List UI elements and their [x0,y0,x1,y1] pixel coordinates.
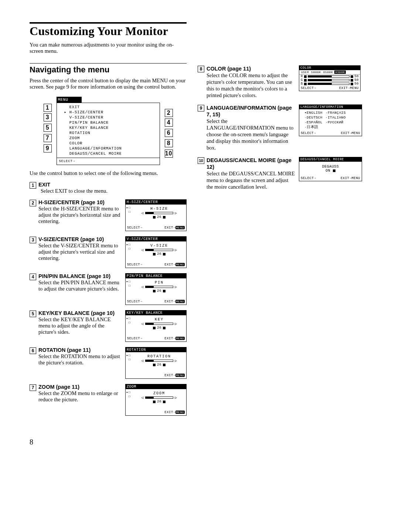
osd-side-icons: ▸☐ ☐ [126,317,131,325]
item-1: 1 EXIT Select EXIT to close the menu. [30,182,187,194]
osd-side-icons: ▸☐ ☐ [126,391,131,399]
top-rule [30,22,187,24]
callout-8: 8 [165,139,173,147]
osd-title: COLOR [299,66,360,70]
item-10: 10 DEGAUSS/CANCEL MOIRE (page 12) Select… [198,157,362,190]
osd-value: 26 [157,289,161,293]
osd-panel: KEY/KEY BALANCE▸☐ ☐KEY◁▷26SELECT→EXIT→ME… [125,310,187,342]
callout-5: 5 [44,124,52,132]
osd-panel: PIN/PIN BALANCE▸☐ ☐PIN◁▷26SELECT→EXIT→ME… [125,273,187,305]
language-osd: LANGUAGE/INFORMATION ▪ENGLISH ·DEUTSCH ·… [299,104,362,136]
item-desc: Select the KEY/KEY BALANCE menu to adjus… [38,316,122,335]
osd-panel: ROTATION▸☐ ☐ROTATION◁▷26EXIT→MENU [125,347,187,379]
nav-paragraph: Press the center of the control button t… [30,78,187,90]
menu-body: 1 3 5 7 9 2 4 6 8 10 EXIT ▸ H-SIZE/CENTE… [57,103,160,158]
callout-4: 4 [165,119,173,127]
box-number: 6 [30,347,36,354]
osd-param-label: ROTATION [134,354,184,358]
osd-title: LANGUAGE/INFORMATION [299,105,362,109]
osd-side-icons: ▸☐ ☐ [126,206,131,214]
box-number: 8 [198,66,204,72]
menu-item: COLOR [64,141,157,146]
box-number: 7 [30,384,36,391]
osd-panel: H-SIZE/CENTER▸☐ ☐H-SIZE◁▷26SELECT→EXIT→M… [125,199,187,231]
box-number: 10 [198,157,204,164]
callout-10: 10 [165,150,173,158]
menu-item: PIN/PIN BALANCE [64,120,157,125]
menu-item: V-SIZE/CENTER [64,115,157,120]
osd-value: 26 [157,363,161,367]
callout-3: 3 [44,113,52,121]
item-4: 4PIN/PIN BALANCE (page 10)Select the PIN… [30,273,187,305]
callout-7: 7 [44,134,52,142]
osd-value: 26 [157,400,161,404]
osd-title: V-SIZE/CENTER [126,237,186,241]
item-title: ROTATION (page 11) [38,347,91,353]
osd-side-icons: ▸☐ ☐ [126,354,131,362]
menu-item: KEY/KEY BALANCE [64,125,157,130]
item-title: H-SIZE/CENTER (page 10) [38,199,105,205]
item-desc: Select EXIT to close the menu. [41,188,187,194]
menu-item: ZOOM [64,135,157,141]
item-3: 3V-SIZE/CENTER (page 10)Select the V-SIZ… [30,236,187,268]
box-number: 4 [30,274,36,280]
callout-9: 9 [44,144,52,152]
menu-item: LANGUAGE/INFORMATION [64,146,157,151]
item-6: 6ROTATION (page 11)Select the ROTATION m… [30,347,187,379]
item-desc: Select the COLOR menu to adjust the pict… [207,72,292,98]
osd-panel: V-SIZE/CENTER▸☐ ☐V-SIZE◁▷26SELECT→EXIT→M… [125,236,187,268]
item-9: 9 LANGUAGE/INFORMATION (page 7, 15) Sele… [198,104,362,151]
color-tabs: USER5000K6500K9300K [299,70,360,75]
box-number: 3 [30,237,36,243]
item-title: ZOOM (page 11) [38,384,79,390]
main-menu-osd: MENU 1 3 5 7 9 2 4 6 8 10 EXIT ▸ H-SIZE/… [57,97,160,165]
osd-title: ROTATION [126,347,186,352]
osd-value: 26 [157,326,161,330]
page-title: Customizing Your Monitor [30,24,369,38]
osd-param-label: H-SIZE [134,207,184,211]
osd-title: DEGAUSS/CANCEL MOIRE [299,157,362,162]
menu-item: EXIT [64,104,157,110]
box-number: 9 [198,105,204,111]
item-desc: Select the LANGUAGE/INFORMATION menu to … [207,118,293,151]
menu-item: DEGAUSS/CANCEL MOIRE [64,151,157,156]
osd-title: H-SIZE/CENTER [126,200,186,205]
item-title: DEGAUSS/CANCEL MOIRE (page 12) [207,157,291,170]
item-title: EXIT [38,182,50,188]
osd-title: KEY/KEY BALANCE [126,310,186,315]
menu-footer: SELECT→ [57,158,160,165]
osd-param-label: V-SIZE [134,244,184,248]
item-title: PIN/PIN BALANCE (page 10) [38,273,110,279]
color-osd: COLOR USER5000K6500K9300K R50 G50 B50 SE… [299,65,361,91]
osd-param-label: KEY [134,318,184,322]
callout-6: 6 [165,129,173,137]
item-desc: Select the PIN/PIN BALANCE menu to adjus… [38,279,122,292]
osd-value: 26 [157,215,161,219]
osd-param-label: ZOOM [134,391,184,395]
menu-item: ▸ H-SIZE/CENTER [64,110,157,115]
osd-title: ZOOM [126,384,186,389]
item-8: 8 COLOR (page 11) Select the COLOR menu … [198,65,362,99]
menu-item: ROTATION [64,130,157,135]
osd-value: 26 [157,252,161,256]
box-number: 2 [30,200,36,206]
item-title: LANGUAGE/INFORMATION (page 7, 15) [207,105,292,117]
item-desc: Select the DEGAUSS/CANCEL MOIRE menu to … [207,171,295,190]
item-desc: Select the V-SIZE/CENTER menu to adjust … [38,243,122,261]
intro-text: You can make numerous adjustments to you… [30,42,187,54]
item-desc: Select the H-SIZE/CENTER menu to adjust … [38,206,122,224]
item-2: 2H-SIZE/CENTER (page 10)Select the H-SIZ… [30,199,187,231]
box-number: 5 [30,310,36,317]
osd-panel: ZOOM▸☐ ☐ZOOM◁▷26EXIT→MENU [125,384,187,416]
menu-title: MENU [57,97,82,103]
item-desc: Select the ZOOM menu to enlarge or reduc… [38,390,122,403]
osd-title: PIN/PIN BALANCE [126,274,186,278]
callout-2: 2 [165,109,173,117]
use-control-text: Use the control button to select one of … [30,170,187,176]
box-number: 1 [30,182,36,189]
page-number: 8 [30,438,369,446]
item-title: KEY/KEY BALANCE (page 10) [38,310,115,316]
osd-param-label: PIN [134,281,184,285]
item-title: V-SIZE/CENTER (page 10) [38,236,104,242]
section-heading: Navigating the menu [30,63,187,75]
